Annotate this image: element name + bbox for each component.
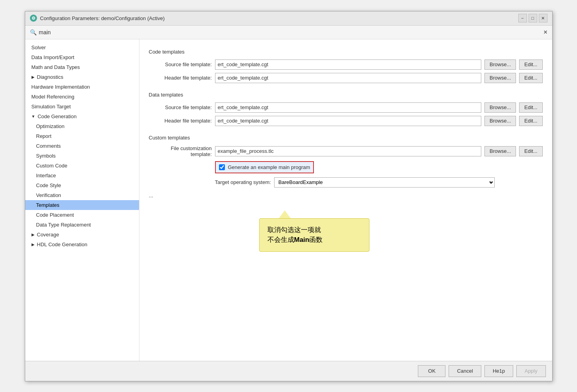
footer: OK Cancel He1p Apply [25, 361, 552, 381]
target-os-select[interactable]: BareBoardExample VxWorksExample LinuxExa… [274, 177, 495, 188]
sidebar-item-hardware-implementation[interactable]: Hardware Implementation [25, 82, 139, 92]
data-templates-source-row: Source file template: Browse... Edit... [149, 102, 543, 113]
custom-file-row: File customization template: Browse... E… [149, 145, 543, 157]
code-source-input[interactable] [215, 59, 482, 70]
tooltip-suffix: 函数 [309, 236, 323, 243]
code-source-edit-button[interactable]: Edit... [519, 59, 542, 70]
cancel-button[interactable]: Cancel [449, 365, 481, 377]
sidebar-item-diagnostics[interactable]: ▶ Diagnostics [25, 72, 139, 82]
coverage-arrow: ▶ [32, 232, 35, 237]
app-icon: ⚙ [30, 15, 37, 22]
sidebar-item-optimization[interactable]: Optimization [25, 121, 139, 131]
sidebar-item-symbols[interactable]: Symbols [25, 151, 139, 161]
custom-file-input[interactable] [215, 146, 482, 156]
custom-file-label: File customization template: [149, 145, 212, 157]
apply-button[interactable]: Apply [516, 365, 546, 377]
data-header-input[interactable] [215, 116, 482, 126]
custom-file-browse-button[interactable]: Browse... [484, 146, 516, 156]
code-templates-source-row: Source file template: Browse... Edit... [149, 59, 543, 70]
sidebar-item-report[interactable]: Report [25, 131, 139, 141]
sidebar-item-hdl-code-generation[interactable]: ▶ HDL Code Generation [25, 240, 139, 249]
generate-main-label: Generate an example main program [228, 164, 310, 170]
ok-button[interactable]: OK [418, 365, 445, 377]
sidebar-item-code-generation[interactable]: ▼ Code Generation [25, 111, 139, 121]
generate-main-checkbox-row: Generate an example main program [215, 161, 314, 173]
data-source-input[interactable] [215, 102, 482, 113]
sidebar-item-model-referencing[interactable]: Model Referencing [25, 92, 139, 102]
sidebar-item-solver[interactable]: Solver [25, 43, 139, 52]
sidebar-item-interface[interactable]: Interface [25, 171, 139, 180]
data-source-browse-button[interactable]: Browse... [484, 102, 516, 113]
target-os-label: Target operating system: [215, 179, 271, 185]
code-header-edit-button[interactable]: Edit... [519, 73, 542, 83]
sidebar-item-custom-code[interactable]: Custom Code [25, 161, 139, 171]
content-area: Code templates Source file template: Bro… [139, 39, 552, 361]
tooltip-bold-text: Main [294, 236, 310, 243]
code-source-browse-button[interactable]: Browse... [484, 59, 516, 70]
code-header-browse-button[interactable]: Browse... [484, 73, 516, 83]
data-source-label: Source file template: [149, 104, 212, 110]
main-content: Solver Data Import/Export Math and Data … [25, 39, 552, 361]
data-templates-section: Data templates Source file template: Bro… [149, 92, 543, 126]
data-templates-title: Data templates [149, 92, 543, 98]
sidebar-item-math-data-types[interactable]: Math and Data Types [25, 62, 139, 72]
titlebar: ⚙ Configuration Parameters: demo/Configu… [25, 11, 552, 26]
sidebar-item-simulation-target[interactable]: Simulation Target [25, 102, 139, 111]
tooltip-text-line1: 取消勾选这一项就 [267, 226, 321, 234]
main-window: ⚙ Configuration Parameters: demo/Configu… [25, 11, 553, 381]
sidebar-item-data-import-export[interactable]: Data Import/Export [25, 52, 139, 62]
sidebar-item-templates[interactable]: Templates [25, 200, 139, 210]
sidebar-item-comments[interactable]: Comments [25, 141, 139, 151]
hdl-arrow: ▶ [32, 242, 35, 247]
target-os-select-wrapper: BareBoardExample VxWorksExample LinuxExa… [274, 177, 495, 188]
sidebar-item-code-style[interactable]: Code Style [25, 180, 139, 190]
tooltip-text-line2: 不会生成 [267, 236, 294, 243]
ellipsis-indicator: ... [149, 192, 543, 199]
data-header-label: Header file template: [149, 118, 212, 124]
search-input[interactable] [39, 29, 542, 35]
sidebar-item-coverage[interactable]: ▶ Coverage [25, 230, 139, 240]
sidebar-item-verification[interactable]: Verification [25, 190, 139, 200]
data-header-edit-button[interactable]: Edit... [519, 116, 542, 126]
code-templates-section: Code templates Source file template: Bro… [149, 49, 543, 83]
tooltip-arrow [279, 210, 291, 218]
window-controls: − □ ✕ [518, 14, 547, 22]
custom-templates-title: Custom templates [149, 135, 543, 141]
sidebar-item-code-placement[interactable]: Code Placement [25, 210, 139, 220]
sidebar: Solver Data Import/Export Math and Data … [25, 39, 139, 361]
data-templates-header-row: Header file template: Browse... Edit... [149, 116, 543, 126]
diagnostics-arrow: ▶ [32, 75, 35, 79]
data-source-edit-button[interactable]: Edit... [519, 102, 542, 113]
code-header-label: Header file template: [149, 75, 212, 81]
code-templates-header-row: Header file template: Browse... Edit... [149, 73, 543, 83]
window-title: Configuration Parameters: demo/Configura… [40, 15, 165, 21]
search-icon: 🔍 [30, 29, 37, 35]
code-templates-title: Code templates [149, 49, 543, 55]
titlebar-left: ⚙ Configuration Parameters: demo/Configu… [30, 15, 165, 22]
help-button[interactable]: He1p [484, 365, 513, 377]
code-generation-arrow: ▼ [32, 114, 35, 119]
data-header-browse-button[interactable]: Browse... [484, 116, 516, 126]
tooltip-container: 取消勾选这一项就 不会生成Main函数 [259, 210, 543, 252]
custom-templates-section: Custom templates File customization temp… [149, 135, 543, 252]
code-source-label: Source file template: [149, 61, 212, 67]
tooltip-box: 取消勾选这一项就 不会生成Main函数 [259, 218, 369, 252]
custom-file-edit-button[interactable]: Edit... [519, 146, 542, 156]
generate-main-checkbox[interactable] [219, 164, 225, 170]
search-clear-button[interactable]: × [544, 29, 547, 36]
search-bar: 🔍 × [25, 26, 552, 39]
close-button[interactable]: ✕ [539, 14, 547, 22]
sidebar-item-data-type-replacement[interactable]: Data Type Replacement [25, 220, 139, 230]
maximize-button[interactable]: □ [529, 14, 537, 22]
target-os-row: Target operating system: BareBoardExampl… [215, 177, 543, 188]
minimize-button[interactable]: − [518, 14, 527, 22]
code-header-input[interactable] [215, 73, 482, 83]
